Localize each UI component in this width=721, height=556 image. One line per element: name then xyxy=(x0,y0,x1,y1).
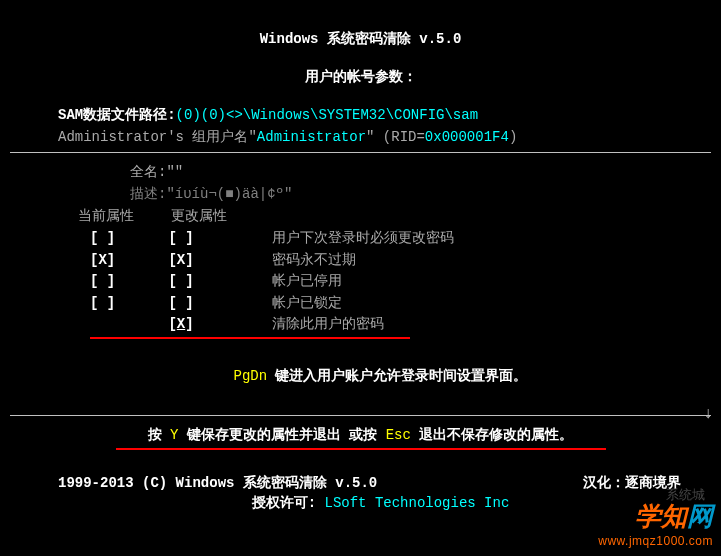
attr-header: 当前属性 更改属性 xyxy=(0,207,721,225)
save-prefix: 按 xyxy=(148,427,170,443)
save-hint: 按 Y 键保存更改的属性并退出 或按 Esc 退出不保存修改的属性。 xyxy=(0,426,721,444)
attr-row-neverexpire: [X] [X] 密码永不过期 xyxy=(0,251,721,271)
fullname-value: "" xyxy=(166,164,183,180)
watermark-brand: 学知网 xyxy=(598,499,713,534)
pgdn-text: 键进入用户账户允许登录时间设置界面。 xyxy=(267,368,527,384)
admin-username: Administrator xyxy=(257,129,366,145)
divider-top xyxy=(10,152,711,153)
attr-desc-4: 清除此用户的密码 xyxy=(272,315,384,335)
footer: 1999-2013 (C) Windows 系统密码清除 v.5.0 汉化：逐商… xyxy=(0,474,721,492)
save-mid2: 退出不保存修改的属性。 xyxy=(411,427,573,443)
watermark: 学知网 www.jmqz1000.com xyxy=(598,499,713,548)
fullname-label: 全名: xyxy=(130,164,166,180)
sam-path-line: SAM数据文件路径:(0)(0)<>\Windows\SYSTEM32\CONF… xyxy=(0,106,721,124)
attr-row-locked: [ ] [ ] 帐户已锁定 xyxy=(0,294,721,314)
description-label: 描述: xyxy=(130,186,166,202)
section-subtitle: 用户的帐号参数： xyxy=(0,68,721,86)
pgdn-key[interactable]: PgDn xyxy=(233,368,267,384)
attr-current-2: [ ] xyxy=(90,272,160,292)
save-mid1: 键保存更改的属性并退出 或按 xyxy=(178,427,385,443)
description-value: "íυíù¬(■)äà|¢º" xyxy=(166,186,292,202)
admin-prefix: Administrator's 组用户名" xyxy=(58,129,257,145)
license-company: LSoft Technologies Inc xyxy=(316,495,509,511)
attr-desc-1: 密码永不过期 xyxy=(272,251,356,271)
attr-desc-3: 帐户已锁定 xyxy=(272,294,342,314)
sam-label: SAM数据文件路径: xyxy=(58,107,176,123)
footer-copyright: 1999-2013 (C) Windows 系统密码清除 v.5.0 xyxy=(58,475,377,491)
description-line: 描述:"íυíù¬(■)äà|¢º" xyxy=(0,185,721,203)
save-key-esc[interactable]: Esc xyxy=(386,427,411,443)
admin-rid-label: " (RID= xyxy=(366,129,425,145)
app-title: Windows 系统密码清除 v.5.0 xyxy=(0,30,721,48)
attr-change-4[interactable]: [X] xyxy=(168,315,263,335)
attr-change-0[interactable]: [ ] xyxy=(168,229,263,249)
watermark-url: www.jmqz1000.com xyxy=(598,534,713,548)
attr-current-1: [X] xyxy=(90,251,160,271)
attr-change-3[interactable]: [ ] xyxy=(168,294,263,314)
attr-header-change: 更改属性 xyxy=(171,208,227,224)
divider-bottom xyxy=(10,415,711,416)
attr-current-3: [ ] xyxy=(90,294,160,314)
attr-desc-0: 用户下次登录时必须更改密码 xyxy=(272,229,454,249)
attr-current-0: [ ] xyxy=(90,229,160,249)
attr-change-2[interactable]: [ ] xyxy=(168,272,263,292)
attr-row-mustchange: [ ] [ ] 用户下次登录时必须更改密码 xyxy=(0,229,721,249)
underline-highlight xyxy=(90,337,410,339)
license-label: 授权许可: xyxy=(252,495,316,511)
sam-path: (0)(0)<>\Windows\SYSTEM32\CONFIG\sam xyxy=(176,107,478,123)
attr-row-clearpass: [X] 清除此用户的密码 xyxy=(0,315,721,335)
admin-line: Administrator's 组用户名"Administrator" (RID… xyxy=(0,128,721,146)
underline-highlight-2 xyxy=(116,448,606,450)
attr-row-disabled: [ ] [ ] 帐户已停用 xyxy=(0,272,721,292)
pgdn-hint: PgDn 键进入用户账户允许登录时间设置界面。 xyxy=(0,367,721,385)
fullname-line: 全名:"" xyxy=(0,163,721,181)
attr-header-current: 当前属性 xyxy=(78,207,163,225)
attr-desc-2: 帐户已停用 xyxy=(272,272,342,292)
attr-change-1[interactable]: [X] xyxy=(168,251,263,271)
admin-suffix: ) xyxy=(509,129,517,145)
admin-rid: 0x000001F4 xyxy=(425,129,509,145)
